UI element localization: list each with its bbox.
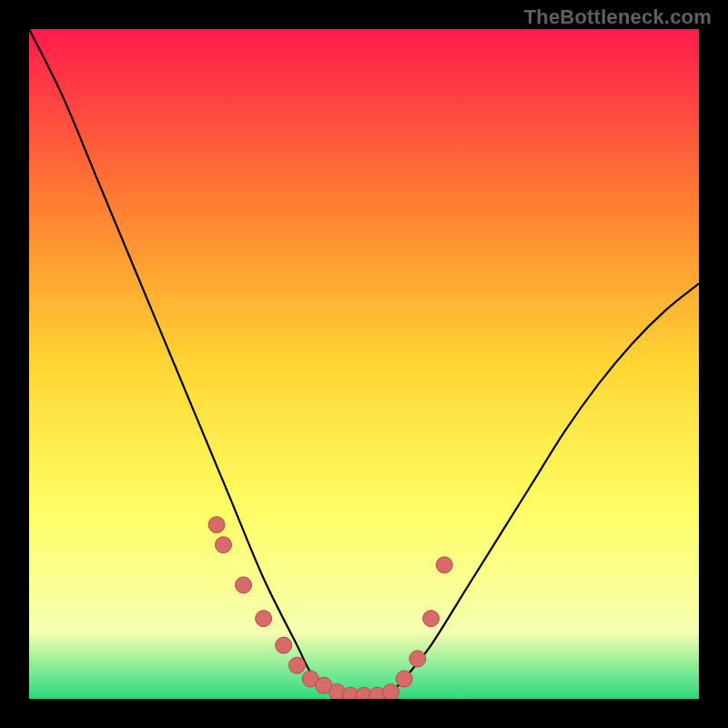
chart-frame: TheBottleneck.com xyxy=(0,0,728,728)
marker-point xyxy=(410,651,426,667)
plot-area xyxy=(29,29,699,699)
marker-point xyxy=(215,537,231,553)
marker-point xyxy=(208,517,225,533)
marker-point xyxy=(256,611,272,627)
plot-svg xyxy=(29,29,699,699)
marker-point xyxy=(396,671,412,687)
marker-point xyxy=(436,557,452,573)
gradient-background xyxy=(29,29,699,699)
marker-point xyxy=(288,657,305,673)
marker-point xyxy=(382,684,399,699)
marker-point xyxy=(276,637,292,653)
marker-point xyxy=(423,611,440,627)
marker-point xyxy=(236,577,252,593)
watermark-text: TheBottleneck.com xyxy=(524,5,712,29)
